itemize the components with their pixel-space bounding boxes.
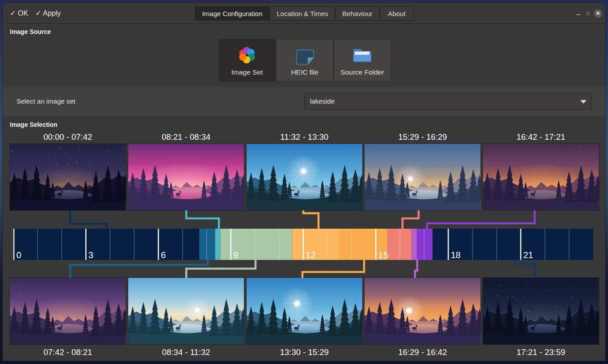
svg-text:0: 0 — [16, 250, 21, 260]
svg-text:21: 21 — [523, 250, 533, 260]
svg-text:18: 18 — [451, 250, 461, 260]
svg-text:6: 6 — [161, 250, 166, 260]
svg-text:3: 3 — [88, 250, 93, 260]
svg-text:12: 12 — [306, 250, 315, 260]
svg-text:9: 9 — [233, 250, 238, 260]
svg-text:15: 15 — [378, 250, 388, 260]
